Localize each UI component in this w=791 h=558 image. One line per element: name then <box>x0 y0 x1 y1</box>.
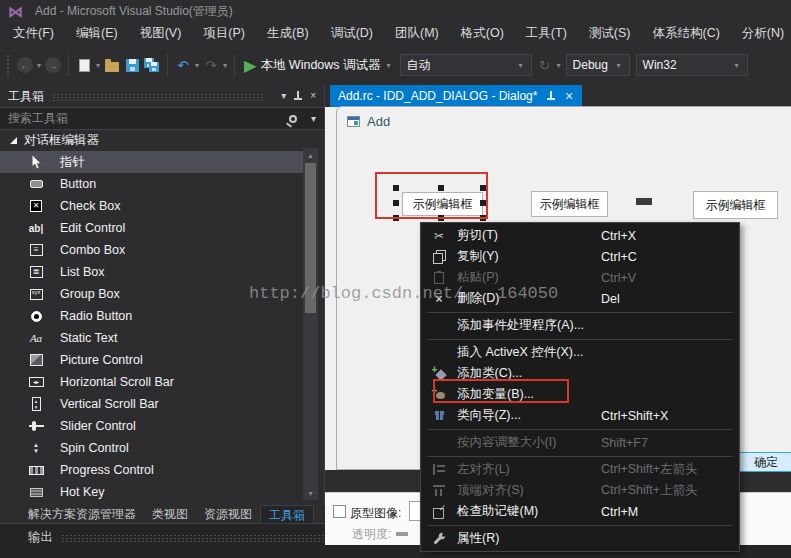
tab-solution-explorer[interactable]: 解决方案资源管理器 <box>20 505 144 523</box>
menu-project[interactable]: 项目(P) <box>192 22 256 45</box>
scroll-up-icon[interactable]: ▴ <box>303 148 318 162</box>
search-options-caret-icon[interactable]: ▾ <box>311 114 316 124</box>
watermark-text: http://blog.csdn.net/ <box>249 284 463 303</box>
toolbox-item-picture-control[interactable]: Picture Control <box>0 349 303 371</box>
new-file-dropdown-caret[interactable]: ▾ <box>96 61 100 70</box>
context-menu-item-delete[interactable]: × 删除(D) Del <box>421 288 739 309</box>
context-menu-item-align-top[interactable]: 顶端对齐(S) Ctrl+Shift+上箭头 <box>421 480 739 501</box>
tab-resource-view[interactable]: 资源视图 <box>196 505 260 523</box>
context-menu-item-check-mnemonics[interactable]: 检查助记键(M) Ctrl+M <box>421 501 739 522</box>
toolbar-grip[interactable] <box>6 54 11 76</box>
dialog-title: Add <box>367 114 390 129</box>
toolbox-item-radio-button[interactable]: Radio Button <box>0 305 303 327</box>
pin-icon[interactable] <box>294 91 302 101</box>
toolbox-item-static-text[interactable]: Static Text <box>0 327 303 349</box>
scroll-down-icon[interactable]: ▾ <box>303 486 318 500</box>
context-menu-item-copy[interactable]: 复制(Y) Ctrl+C <box>421 246 739 267</box>
toolbox-item-spin-control[interactable]: Spin Control <box>0 437 303 459</box>
pin-icon[interactable] <box>547 91 555 101</box>
window-position-caret-icon[interactable]: ▾ <box>281 91 286 101</box>
annotation-box-editbox <box>375 172 488 219</box>
toolbox-item-hot-key[interactable]: Hot Key <box>0 481 303 503</box>
refresh-button[interactable]: ↻ <box>536 53 554 77</box>
menu-analyze[interactable]: 分析(N) <box>731 22 791 45</box>
save-all-button[interactable] <box>143 53 161 77</box>
prototype-image-checkbox[interactable] <box>333 505 346 518</box>
undo-button[interactable]: ↶ <box>174 53 192 77</box>
menu-separator <box>427 312 733 313</box>
close-icon[interactable]: ✕ <box>564 90 573 103</box>
new-file-button[interactable] <box>75 53 93 77</box>
context-menu-item-paste[interactable]: 粘贴(P) Ctrl+V <box>421 267 739 288</box>
redo-button[interactable]: ↷ <box>202 53 220 77</box>
solution-platform-combo[interactable]: Win32 ▾ <box>636 54 748 76</box>
document-tabbar: Add.rc - IDD_ADD_DIALOG - Dialog* ✕ <box>325 85 791 107</box>
context-menu-item-insert-activex[interactable]: 插入 ActiveX 控件(X)... <box>421 342 739 363</box>
solution-config-combo[interactable]: Debug ▾ <box>566 54 630 76</box>
small-control[interactable] <box>636 198 652 205</box>
toolbox-search-input[interactable]: 搜索工具箱 ▾ <box>0 107 324 130</box>
picture-control-icon <box>26 351 46 369</box>
edit-box-2[interactable]: 示例编辑框 <box>531 191 608 217</box>
menu-format[interactable]: 格式(O) <box>450 22 515 45</box>
expanded-triangle-icon <box>10 137 17 144</box>
context-menu-item-properties[interactable]: 属性(R) <box>421 528 739 549</box>
context-menu-item-size-to-content[interactable]: 按内容调整大小(I) Shift+F7 <box>421 432 739 453</box>
toolbox-header[interactable]: 工具箱 ▾ × <box>0 85 324 107</box>
toolbox-item-horizontal-scroll-bar[interactable]: Horizontal Scroll Bar <box>0 371 303 393</box>
redo-dropdown-caret[interactable]: ▾ <box>223 61 227 70</box>
forward-icon: → <box>45 57 61 73</box>
menu-test[interactable]: 测试(S) <box>578 22 642 45</box>
new-file-icon <box>79 59 90 72</box>
prototype-image-label: 原型图像: <box>350 505 401 522</box>
titlebar: ⋈ Add - Microsoft Visual Studio(管理员) <box>0 0 791 22</box>
align-left-icon <box>421 464 457 475</box>
start-debug-button[interactable]: ▶ 本地 Windows 调试器 ▾ <box>244 56 392 75</box>
start-debug-dropdown-caret[interactable]: ▾ <box>387 61 391 70</box>
menu-tools[interactable]: 工具(T) <box>515 22 578 45</box>
menu-edit[interactable]: 编辑(E) <box>65 22 129 45</box>
context-menu-item-class-wizard[interactable]: 类向导(Z)... Ctrl+Shift+X <box>421 405 739 426</box>
toolbox-item-combo-box[interactable]: ≡ Combo Box <box>0 239 303 261</box>
refresh-dropdown-caret[interactable]: ▾ <box>557 61 561 70</box>
context-menu-item-cut[interactable]: ✂ 剪切(T) Ctrl+X <box>421 225 739 246</box>
close-icon[interactable]: × <box>310 91 316 101</box>
start-debug-label: 本地 Windows 调试器 <box>260 57 380 74</box>
group-box-control-icon <box>26 285 46 303</box>
combo-caret-icon: ▾ <box>729 61 739 70</box>
toolbox-item-slider-control[interactable]: Slider Control <box>0 415 303 437</box>
search-icon[interactable] <box>289 115 297 123</box>
open-file-button[interactable] <box>103 53 121 77</box>
toolbox-group-dialog-editor[interactable]: 对话框编辑器 <box>0 130 324 151</box>
bottom-dock-tabs: 解决方案资源管理器 类视图 资源视图 工具箱 <box>0 505 325 523</box>
undo-dropdown-caret[interactable]: ▾ <box>195 61 199 70</box>
save-button[interactable] <box>123 53 141 77</box>
opacity-slider-thumb[interactable] <box>396 532 408 536</box>
toolbox-item-progress-control[interactable]: Progress Control <box>0 459 303 481</box>
combo-caret-icon: ▾ <box>611 61 621 70</box>
toolbox-item-pointer[interactable]: 指针 <box>0 151 303 173</box>
toolbox-item-list-box[interactable]: ≣ List Box <box>0 261 303 283</box>
context-menu-item-add-event-handler[interactable]: 添加事件处理程序(A)... <box>421 315 739 336</box>
back-dropdown-caret[interactable]: ▾ <box>37 61 41 70</box>
toolbox-item-vertical-scroll-bar[interactable]: Vertical Scroll Bar <box>0 393 303 415</box>
toolbox-item-button[interactable]: Button <box>0 173 303 195</box>
tab-class-view[interactable]: 类视图 <box>144 505 196 523</box>
menu-view[interactable]: 视图(V) <box>129 22 193 45</box>
toolbox-item-edit-control[interactable]: Edit Control <box>0 217 303 239</box>
menu-build[interactable]: 生成(B) <box>256 22 320 45</box>
context-menu-item-align-left[interactable]: 左对齐(L) Ctrl+Shift+左箭头 <box>421 459 739 480</box>
document-tab-add-rc[interactable]: Add.rc - IDD_ADD_DIALOG - Dialog* ✕ <box>330 85 582 107</box>
menu-team[interactable]: 团队(M) <box>384 22 450 45</box>
toolbox-scrollbar[interactable]: ▴ ▾ <box>303 148 318 500</box>
menu-file[interactable]: 文件(F) <box>2 22 65 45</box>
edit-box-3[interactable]: 示例编辑框 <box>693 191 778 219</box>
menu-debug[interactable]: 调试(D) <box>320 22 384 45</box>
debug-target-combo[interactable]: 自动 ▾ <box>400 54 532 76</box>
save-all-icon <box>144 58 160 73</box>
menu-architecture[interactable]: 体系结构(C) <box>641 22 730 45</box>
navigate-back-button[interactable]: ← <box>16 53 34 77</box>
tab-toolbox[interactable]: 工具箱 <box>260 505 314 524</box>
navigate-forward-button[interactable]: → <box>44 53 62 77</box>
toolbox-item-checkbox[interactable]: ✕ Check Box <box>0 195 303 217</box>
